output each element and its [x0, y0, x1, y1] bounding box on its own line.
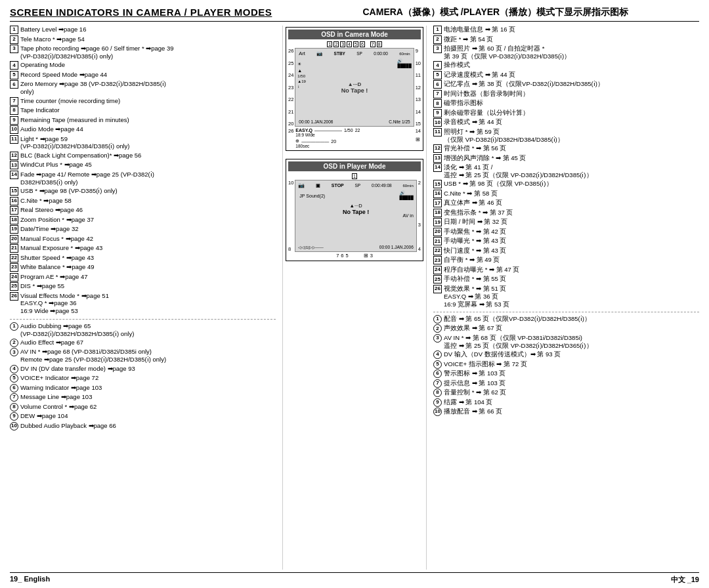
num-22-r: 22 — [355, 128, 360, 133]
icon-exposure: 1/50 — [297, 74, 306, 78]
rsn-11: 11 — [416, 72, 421, 78]
item-number: 8 — [433, 99, 442, 108]
player-right-nums: 2 3 4 — [418, 180, 421, 252]
footer-left: 19_ English — [10, 575, 50, 585]
item-number: 1 — [433, 315, 442, 324]
player-items-list-right: 1配音 ➡ 第 65 页（仅限VP-D382(ⅰ)/D382H/D385(ⅰ)）… — [433, 315, 699, 417]
item-number: 25 — [433, 275, 442, 284]
left-panel: 1Battery Level ➡page 162Tele Macro * ➡pa… — [10, 26, 282, 570]
left-side-nums: 26 25 24 23 22 21 20 — [288, 48, 293, 127]
center-panel: OSD in Camera Mode 1 2 3 4 5 6 7 8 — [282, 26, 427, 570]
list-item: 8Tape Indicator — [10, 106, 276, 115]
list-item: 20Manual Focus * ➡page 42 — [10, 235, 276, 243]
osd-player-screen: 📷 ▣ STOP SP 0:00:49:08 60min JP Sound(2) — [295, 180, 416, 252]
pbn-7: 7 — [336, 253, 339, 259]
item-text: 增强的风声消除 * ➡ 第 45 页 — [444, 154, 699, 162]
pbn-6: 6 — [341, 253, 343, 259]
osd-camera-top-bar: Art 📷 STBY SP 0:00:00 60min — [299, 51, 410, 56]
list-item: 10Audio Mode ➡page 44 — [10, 125, 276, 134]
list-item: 21Manual Exposure * ➡page 43 — [10, 244, 276, 253]
list-item: 3AV IN * ➡page 68 (VP-D381i/D382i/D385i … — [10, 348, 276, 364]
item-text: 操作模式 — [444, 61, 699, 69]
zoom-row: ⊕ —————— 20 — [295, 138, 360, 144]
item-number: 4 — [433, 61, 442, 70]
pbn-multi: ⊞ — [364, 253, 368, 259]
p-num-1: 1 — [352, 173, 357, 179]
item-number: 7 — [10, 97, 18, 106]
num-3-cam: 3 — [340, 41, 345, 47]
list-item: 19日期 / 时间 ➡ 第 32 页 — [433, 218, 699, 226]
multi-icon: ⊞ — [416, 136, 421, 142]
icon-19: ▲19 — [297, 79, 306, 83]
item-text: 电池电量信息 ➡ 第 16 页 — [444, 26, 699, 33]
item-text: Operating Mode — [20, 61, 276, 69]
list-item: 9结露 ➡ 第 104 页 — [433, 398, 699, 407]
icon-arrow-up: ▲ — [297, 68, 306, 73]
list-item: 11照明灯 * ➡ 第 59 页 （仅限 VP-D382(ⅰ)/D382H/D3… — [433, 128, 699, 144]
player-notape: No Tape ! — [343, 209, 369, 215]
item-number: 11 — [433, 128, 442, 136]
item-text: 程序自动曝光 * ➡ 第 47 页 — [444, 266, 699, 274]
sn-23: 23 — [288, 85, 293, 91]
zoom-bar: —————— — [301, 139, 329, 144]
player-bottom-nums: 7 6 5 ⊞ 3 — [288, 253, 421, 259]
item-text: DV IN (DV date transfer mode) ➡page 93 — [20, 365, 276, 373]
item-number: 16 — [433, 190, 442, 198]
page-container: SCREEN INDICATORS IN CAMERA / PLAYER MOD… — [0, 0, 709, 588]
item-text: Record Speed Mode ➡page 44 — [20, 71, 276, 79]
list-item: 4Operating Mode — [10, 61, 276, 70]
list-item: 4DV IN (DV date transfer mode) ➡page 93 — [10, 365, 276, 373]
prn-4: 4 — [418, 246, 421, 252]
item-number: 5 — [433, 360, 442, 369]
item-number: 5 — [10, 71, 18, 79]
pln-10: 10 — [288, 180, 293, 186]
zoom-icon: ⊕ — [295, 138, 299, 144]
list-item: 23White Balance * ➡page 49 — [10, 263, 276, 272]
item-text: Date/Time ➡page 32 — [20, 225, 276, 233]
item-text: C.Nite * ➡page 58 — [20, 197, 276, 205]
footer-row: 19_ English 中文 _19 — [10, 572, 699, 585]
list-item: 2微距 * ➡ 第 54 页 — [433, 35, 699, 44]
item-text: WindCut Plus * ➡page 45 — [20, 161, 276, 169]
list-item: 26Visual Effects Mode * ➡page 51 EASY.Q … — [10, 292, 276, 316]
left-icons: ☀ ▲ 1/50 ▲19 ↕ — [297, 62, 306, 89]
item-text: Tape Indicator — [20, 106, 276, 114]
sn-22: 22 — [288, 96, 293, 102]
rsn-13: 13 — [416, 96, 421, 102]
pbn-3: 3 — [370, 253, 373, 259]
list-item: 8磁带指示图标 — [433, 99, 699, 108]
item-number: 17 — [10, 206, 18, 215]
easyq-section: EASY.Q —————— 1/50 22 18:9 Wide ⊕ ——————… — [295, 128, 360, 148]
item-text: 播放配音 ➡ 第 66 页 — [444, 408, 699, 415]
icon-sun: ☀ — [297, 62, 306, 67]
player-items-list: 1Audio Dubbing ➡page 65 (VP-D382(ⅰ)/D382… — [10, 322, 276, 432]
player-left-nums: 10 8 — [288, 180, 293, 252]
time-min: 60min — [399, 52, 410, 56]
item-number: 10 — [433, 408, 442, 416]
player-osd-wrapper: 1 10 8 — [288, 173, 421, 259]
osd-player-title: OSD in Player Mode — [288, 161, 421, 171]
item-text: 背光补偿 * ➡ 第 56 页 — [444, 144, 699, 152]
item-text: Visual Effects Mode * ➡page 51 EASY.Q * … — [20, 292, 276, 316]
item-text: 剩余磁带容量（以分钟计算） — [444, 109, 699, 117]
list-item: 5VOICE+ 指示图标 ➡ 第 72 页 — [433, 360, 699, 369]
list-item: 6记忆零点 ➡ 第 38 页（仅限VP-D382(ⅰ)/D382H/D385(ⅰ… — [433, 80, 699, 89]
player-vol-ctrl: ◁◁|1|▷▷—— — [298, 245, 323, 249]
list-item: 1Battery Level ➡page 16 — [10, 26, 276, 34]
item-number: 3 — [433, 334, 442, 343]
item-number: 20 — [433, 228, 442, 236]
right-panel: 1电池电量信息 ➡ 第 16 页2微距 * ➡ 第 54 页3拍摄照片 ➡ 第 … — [427, 26, 699, 570]
timer-label: 0:00:00 — [374, 51, 388, 56]
num-26-bottom: 26 — [288, 128, 293, 134]
sn-25: 25 — [288, 60, 293, 66]
list-item: 20手动聚焦 * ➡ 第 42 页 — [433, 228, 699, 236]
player-bottom-bar: ◁◁|1|▷▷—— 00:00 1.JAN.2006 — [298, 245, 413, 249]
list-item: 3Tape photo recording ➡page 60 / Self ti… — [10, 45, 276, 60]
item-text: Audio Mode ➡page 44 — [20, 125, 276, 133]
list-item: 22快门速度 * ➡ 第 43 页 — [433, 247, 699, 255]
item-number: 16 — [10, 197, 18, 205]
item-number: 8 — [433, 388, 442, 397]
player-camera-icon: 📷 — [298, 182, 305, 188]
item-text: Fade ➡page 41/ Remote ➡page 25 (VP-D382(… — [20, 171, 276, 186]
list-item: 26视觉效果 * ➡ 第 51 页 EASY.Q ➡ 第 36 页 16:9 宽… — [433, 285, 699, 308]
